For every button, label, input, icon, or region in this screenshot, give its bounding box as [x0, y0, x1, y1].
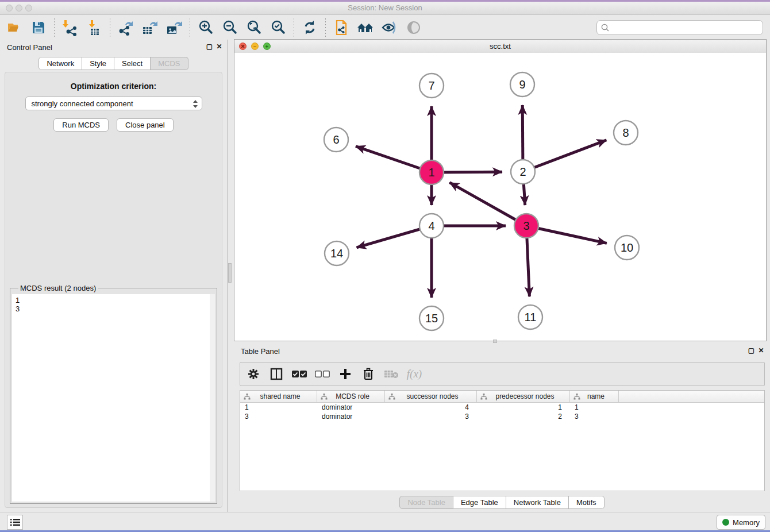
table-cell: dominator: [317, 412, 385, 421]
tab-mcds[interactable]: MCDS: [151, 57, 188, 70]
network-window-titlebar[interactable]: ✕ − + scc.txt: [234, 40, 766, 53]
float-table-panel-icon[interactable]: ▢: [748, 347, 755, 354]
column-header-successor-nodes[interactable]: successor nodes: [385, 391, 477, 402]
export-table-icon[interactable]: [140, 18, 160, 37]
memory-button[interactable]: Memory: [717, 515, 765, 530]
settings-gear-icon[interactable]: [246, 367, 261, 381]
zoom-selected-icon[interactable]: [268, 18, 288, 37]
optimization-criterion-label: Optimization criterion:: [5, 82, 222, 91]
network-window: ✕ − + scc.txt 7968124314101511: [234, 39, 767, 341]
table-panel-title: Table Panel: [241, 347, 280, 356]
deselect-all-icon[interactable]: [315, 367, 330, 381]
graph-node-11[interactable]: 11: [518, 305, 542, 329]
open-file-icon[interactable]: [5, 18, 24, 37]
svg-text:6: 6: [333, 133, 339, 146]
tab-network[interactable]: Network: [38, 57, 82, 70]
close-panel-icon[interactable]: ✕: [215, 43, 223, 51]
table-header-row: shared nameMCDS rolesuccessor nodesprede…: [240, 391, 764, 403]
refresh-icon[interactable]: [300, 18, 319, 37]
zoom-out-icon[interactable]: [220, 18, 240, 37]
select-all-icon[interactable]: [292, 367, 307, 381]
toolbar-separator: [54, 18, 55, 37]
home-icon[interactable]: [356, 18, 375, 37]
hide-details-eye-icon[interactable]: [380, 18, 399, 37]
save-session-icon[interactable]: [29, 18, 48, 37]
svg-text:8: 8: [622, 126, 629, 139]
toolbar-separator: [325, 18, 326, 37]
close-panel-button[interactable]: Close panel: [117, 118, 174, 132]
export-image-icon[interactable]: [164, 18, 184, 37]
graph-node-15[interactable]: 15: [419, 306, 444, 330]
application-window: Session: New Session: [0, 0, 770, 532]
table-cell: dominator: [317, 403, 385, 412]
graph-node-10[interactable]: 10: [615, 236, 639, 260]
svg-text:11: 11: [525, 311, 537, 323]
svg-text:1: 1: [428, 166, 434, 179]
tab-select[interactable]: Select: [114, 57, 151, 70]
mcds-panel-body: Optimization criterion: strongly connect…: [5, 72, 222, 508]
graph-node-3[interactable]: 3: [514, 214, 538, 238]
table-cell: 3: [385, 412, 477, 421]
float-panel-icon[interactable]: ▢: [206, 43, 213, 51]
graph-node-2[interactable]: 2: [511, 160, 535, 184]
add-column-icon[interactable]: [338, 367, 353, 381]
graph-node-7[interactable]: 7: [419, 74, 444, 98]
tab-network-table[interactable]: Network Table: [506, 496, 569, 509]
search-box[interactable]: [596, 20, 763, 35]
titlebar: Session: New Session: [0, 2, 770, 15]
table-row[interactable]: 1dominator411: [240, 403, 764, 412]
run-mcds-button[interactable]: Run MCDS: [53, 118, 109, 132]
column-header-name[interactable]: name: [570, 391, 619, 402]
birdseye-lens-icon[interactable]: [404, 18, 424, 37]
table-row[interactable]: 3dominator323: [240, 412, 764, 421]
result-scrollbar[interactable]: [210, 294, 215, 502]
delete-column-icon[interactable]: [361, 367, 376, 381]
graph-node-1[interactable]: 1: [419, 160, 444, 184]
graph-node-6[interactable]: 6: [324, 128, 348, 152]
table-cell: 2: [477, 412, 570, 421]
column-layout-icon[interactable]: [269, 367, 284, 381]
table-cell: 4: [385, 403, 477, 412]
graph-node-8[interactable]: 8: [614, 121, 638, 145]
table-cell: 1: [240, 403, 317, 412]
network-canvas[interactable]: 7968124314101511: [234, 53, 766, 341]
export-network-icon[interactable]: [116, 18, 136, 37]
graph-node-14[interactable]: 14: [325, 241, 349, 265]
status-bar: Memory: [0, 512, 770, 532]
table-panel-header: Table Panel ▢ ✕: [234, 344, 770, 358]
mcds-result-title: MCDS result (2 nodes): [18, 284, 98, 292]
window-resize-handle[interactable]: [493, 340, 497, 343]
splitter-handle[interactable]: [228, 263, 232, 283]
tab-motifs[interactable]: Motifs: [569, 496, 605, 509]
table-cell: 3: [570, 412, 619, 421]
control-panel-header: Control Panel ▢ ✕: [0, 40, 227, 55]
svg-text:14: 14: [330, 247, 343, 260]
status-menu-button[interactable]: [7, 515, 23, 530]
criterion-dropdown[interactable]: strongly connected component: [25, 97, 202, 110]
graph-edge-2-8[interactable]: [523, 140, 606, 172]
toolbar-separator: [294, 18, 294, 37]
criterion-dropdown-value: strongly connected component: [32, 99, 133, 108]
graph-node-9[interactable]: 9: [510, 72, 534, 97]
tab-edge-table[interactable]: Edge Table: [453, 496, 506, 509]
control-panel-tabs: Network Style Select MCDS: [0, 57, 227, 70]
table-tabs: Node Table Edge Table Network Table Moti…: [234, 496, 770, 509]
zoom-fit-icon[interactable]: [244, 18, 264, 37]
clone-network-icon[interactable]: [332, 18, 351, 37]
close-table-panel-icon[interactable]: ✕: [757, 347, 765, 354]
import-network-icon[interactable]: [60, 18, 80, 37]
svg-text:2: 2: [519, 165, 526, 178]
toolbar-separator: [190, 18, 190, 37]
tab-node-table[interactable]: Node Table: [399, 496, 453, 509]
tab-style[interactable]: Style: [82, 57, 114, 70]
column-header-predecessor-nodes[interactable]: predecessor nodes: [477, 391, 570, 402]
search-input[interactable]: [610, 22, 759, 32]
import-table-icon[interactable]: [84, 18, 104, 37]
table-panel: Table Panel ▢ ✕: [234, 344, 770, 512]
column-header-MCDS-role[interactable]: MCDS role: [317, 391, 385, 402]
column-header-shared-name[interactable]: shared name: [240, 391, 317, 402]
graph-edge-3-1[interactable]: [449, 183, 526, 226]
mcds-result-text[interactable]: 1 3: [12, 294, 215, 502]
graph-node-4[interactable]: 4: [419, 214, 444, 238]
zoom-in-icon[interactable]: [196, 18, 215, 37]
